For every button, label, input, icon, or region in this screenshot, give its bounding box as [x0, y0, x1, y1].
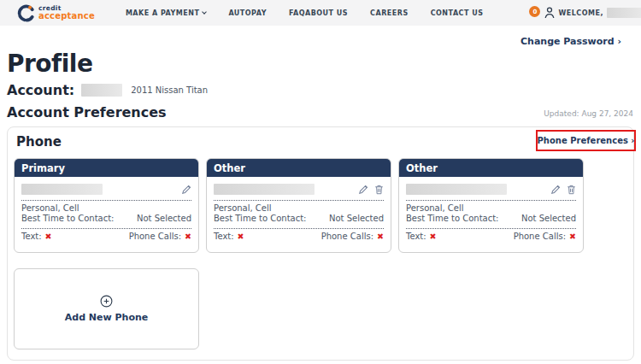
- account-menu[interactable]: 0 WELCOME,: [529, 7, 641, 19]
- redacted-phone-number: [214, 184, 315, 195]
- nav-item-autopay[interactable]: AUTOPAY: [228, 9, 267, 17]
- redacted-phone-number: [21, 184, 103, 195]
- calls-consent-label: Phone Calls:: [129, 232, 181, 241]
- redacted-username: [607, 8, 641, 18]
- phone-card-primary: Primary Personal, Cell Best Time to Cont…: [14, 158, 199, 253]
- account-label: Account:: [7, 82, 74, 98]
- x-mark-icon: ✖: [430, 232, 437, 241]
- trash-icon[interactable]: [567, 185, 576, 195]
- nav-item-faq[interactable]: FAQ: [289, 9, 305, 17]
- top-nav: credit acceptance MAKE A PAYMENT AUTOPAY…: [0, 0, 641, 26]
- plus-circle-icon: [100, 295, 113, 308]
- phone-line-type: Personal, Cell: [406, 203, 576, 213]
- phone-panel: Phone Phone Preferences › Primary: [7, 126, 634, 361]
- x-mark-icon: ✖: [185, 232, 191, 241]
- best-time-value: Not Selected: [137, 213, 191, 225]
- redacted-account-number: [81, 84, 122, 97]
- change-password-link[interactable]: Change Password ›: [520, 36, 621, 47]
- text-consent-label: Text:: [406, 232, 426, 241]
- pencil-icon[interactable]: [358, 185, 368, 195]
- x-mark-icon: ✖: [45, 232, 52, 241]
- welcome-label: WELCOME,: [558, 9, 603, 17]
- redacted-phone-number: [406, 184, 507, 195]
- phone-card-header: Primary: [15, 159, 198, 177]
- phone-line-type: Personal, Cell: [21, 203, 191, 213]
- add-new-phone-label: Add New Phone: [65, 312, 149, 323]
- phone-card-header: Other: [399, 159, 583, 177]
- text-consent-label: Text:: [21, 232, 42, 241]
- chevron-down-icon: [203, 9, 208, 15]
- phone-type-label: Other: [406, 162, 438, 174]
- phone-card-header: Other: [207, 159, 391, 177]
- best-time-label: Best Time to Contact:: [214, 213, 306, 225]
- calls-consent-label: Phone Calls:: [514, 232, 566, 241]
- calls-consent-label: Phone Calls:: [321, 232, 373, 241]
- best-time-value: Not Selected: [521, 213, 576, 225]
- text-consent-label: Text:: [214, 232, 234, 241]
- x-mark-icon: ✖: [569, 232, 576, 241]
- phone-panel-title: Phone: [16, 134, 62, 150]
- account-row: Account: 2011 Nissan Titan: [7, 82, 208, 98]
- credit-acceptance-logo-icon: [17, 4, 35, 22]
- pencil-icon[interactable]: [550, 185, 561, 195]
- nav-item-careers[interactable]: CAREERS: [370, 9, 409, 17]
- x-mark-icon: ✖: [377, 232, 384, 241]
- profile-page: credit acceptance MAKE A PAYMENT AUTOPAY…: [0, 0, 641, 364]
- phone-card-other-2: Other Personal, Cell: [398, 158, 584, 253]
- brand-logo[interactable]: credit acceptance: [17, 4, 95, 22]
- best-time-value: Not Selected: [329, 213, 384, 225]
- x-mark-icon: ✖: [238, 232, 244, 241]
- person-icon: [544, 7, 555, 19]
- account-vehicle: 2011 Nissan Titan: [131, 85, 208, 95]
- section-title: Account Preferences: [7, 104, 167, 120]
- notification-badge: 0: [529, 6, 540, 17]
- updated-timestamp: Updated: Aug 27, 2024: [544, 109, 633, 118]
- brand-name-line2: acceptance: [38, 12, 95, 21]
- phone-type-label: Other: [214, 162, 245, 174]
- phone-line-type: Personal, Cell: [214, 203, 384, 213]
- phone-card-other-1: Other Personal, Cell: [206, 158, 391, 253]
- annotation-red-box: Phone Preferences ›: [536, 130, 636, 151]
- nav-links-left: MAKE A PAYMENT AUTOPAY FAQ: [126, 9, 305, 17]
- add-new-phone-button[interactable]: Add New Phone: [14, 268, 199, 349]
- phone-type-label: Primary: [21, 162, 65, 174]
- page-title: Profile: [7, 50, 92, 78]
- nav-item-make-a-payment[interactable]: MAKE A PAYMENT: [126, 9, 207, 17]
- best-time-label: Best Time to Contact:: [21, 213, 114, 225]
- nav-item-about-us[interactable]: ABOUT US: [305, 9, 348, 17]
- nav-item-contact-us[interactable]: CONTACT US: [431, 9, 484, 17]
- pencil-icon[interactable]: [181, 185, 191, 195]
- phone-preferences-link[interactable]: Phone Preferences ›: [538, 136, 635, 145]
- trash-icon[interactable]: [374, 185, 384, 195]
- best-time-label: Best Time to Contact:: [406, 213, 498, 225]
- nav-links-right: ABOUT US CAREERS CONTACT US 0 WELCOME,: [305, 7, 641, 19]
